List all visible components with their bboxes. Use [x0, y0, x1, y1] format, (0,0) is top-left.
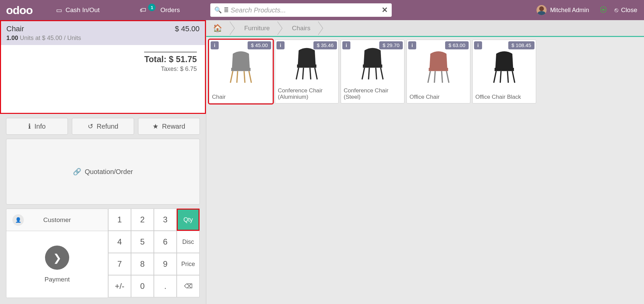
product-grid: i $ 45.00 Chair i $ 35.46	[206, 37, 644, 106]
reward-label: Reward	[162, 123, 185, 130]
user-menu[interactable]: Mitchell Admin	[530, 5, 595, 15]
product-price: $ 45.00	[248, 41, 271, 49]
svg-rect-5	[297, 64, 316, 68]
orderline-name: Chair	[6, 25, 24, 33]
product-label: Chair	[209, 92, 272, 103]
numpad-3[interactable]: 3	[154, 209, 177, 231]
product-card[interactable]: i $ 29.70 Conference Chair (Steel)	[341, 40, 404, 103]
totals: Total: $ 51.75 Taxes: $ 6.75	[1, 45, 205, 113]
info-button[interactable]: ℹInfo	[6, 118, 68, 135]
orders-button[interactable]: 🏷 1 Orders	[130, 0, 190, 20]
product-price: $ 63.00	[445, 41, 469, 49]
cash-label: Cash In/Out	[66, 6, 99, 14]
svg-rect-15	[429, 68, 448, 71]
orderline-price: $ 45.00	[175, 25, 200, 33]
numpad-dot[interactable]: .	[154, 275, 177, 297]
numpad: 1 2 3 Qty 4 5 6 Disc 7 8 9 Price +/- 0 .…	[108, 209, 200, 298]
tax-label: Taxes:	[161, 66, 180, 72]
product-card[interactable]: i $ 108.45 Office Chair Black	[472, 40, 536, 103]
info-icon: ℹ	[28, 122, 31, 130]
product-info-icon[interactable]: i	[211, 41, 219, 49]
db-icon: ≣	[224, 6, 229, 14]
tag-icon: 🏷	[140, 6, 146, 14]
numpad-4[interactable]: 4	[108, 231, 131, 253]
numpad-plusminus[interactable]: +/-	[108, 275, 131, 297]
svg-line-14	[376, 68, 377, 80]
numpad-8[interactable]: 8	[131, 253, 154, 275]
odoo-logo: odoo	[4, 4, 46, 17]
orderline-qty-rest: Units at $ 45.00 / Units	[18, 35, 81, 41]
product-info-icon[interactable]: i	[342, 41, 350, 49]
numpad-9[interactable]: 9	[154, 253, 177, 275]
breadcrumb-home[interactable]: 🏠	[208, 21, 229, 35]
payment-button[interactable]: ❯ Payment	[6, 231, 108, 298]
quotation-label: Quotation/Order	[85, 168, 133, 176]
quotation-button[interactable]: 🔗Quotation/Order	[6, 139, 200, 205]
svg-line-23	[500, 71, 501, 83]
numpad-2[interactable]: 2	[131, 209, 154, 231]
numpad-7[interactable]: 7	[108, 253, 131, 275]
product-label: Office Chair	[407, 92, 470, 103]
search-box[interactable]: 🔍 ≣ ✕	[210, 3, 392, 17]
svg-line-7	[315, 68, 317, 80]
numpad-0[interactable]: 0	[131, 275, 154, 297]
product-card[interactable]: i $ 45.00 Chair	[209, 40, 273, 103]
product-info-icon[interactable]: i	[474, 41, 482, 49]
search-input[interactable]	[231, 6, 382, 14]
search-icon: 🔍	[214, 6, 222, 14]
product-card[interactable]: i $ 35.46 Conference Chair (Aluminium)	[275, 40, 339, 103]
refund-label: Refund	[97, 123, 119, 130]
product-info-icon[interactable]: i	[276, 41, 285, 49]
svg-rect-20	[495, 68, 514, 71]
close-label: Close	[621, 6, 637, 14]
product-card[interactable]: i $ 63.00 Office Chair	[406, 40, 470, 103]
breadcrumb: 🏠 Furniture Chairs	[206, 20, 644, 37]
orders-label: Orders	[160, 6, 180, 14]
link-icon: 🔗	[73, 168, 81, 176]
product-info-icon[interactable]: i	[408, 41, 416, 49]
order-box: Chair $ 45.00 1.00 Units at $ 45.00 / Un…	[0, 20, 206, 114]
numpad-disc[interactable]: Disc	[177, 231, 200, 253]
cash-icon: ▭	[56, 6, 62, 14]
refund-button[interactable]: ↺Refund	[72, 118, 134, 135]
home-icon: 🏠	[213, 24, 222, 33]
cash-in-out-button[interactable]: ▭ Cash In/Out	[46, 0, 110, 20]
numpad-5[interactable]: 5	[131, 231, 154, 253]
breadcrumb-furniture[interactable]: Furniture	[234, 21, 277, 35]
svg-line-11	[362, 68, 364, 80]
svg-line-18	[434, 71, 435, 83]
close-button[interactable]: ⎋ Close	[612, 6, 640, 14]
svg-rect-10	[363, 64, 382, 68]
user-name: Mitchell Admin	[550, 7, 589, 14]
person-icon: 👤	[12, 214, 24, 226]
svg-line-9	[310, 68, 311, 80]
wifi-icon: ⦿	[595, 6, 612, 14]
topbar: odoo ▭ Cash In/Out 🏷 1 Orders 🔍 ≣ ✕ Mitc…	[0, 0, 644, 20]
reward-button[interactable]: ★Reward	[138, 118, 200, 135]
orderline-qty: 1.00	[6, 35, 18, 41]
product-label: Conference Chair (Aluminium)	[275, 85, 338, 103]
info-label: Info	[34, 123, 45, 130]
product-price: $ 35.46	[313, 41, 337, 49]
svg-line-3	[237, 71, 238, 83]
chevron-right-icon: ❯	[45, 246, 69, 270]
numpad-price[interactable]: Price	[177, 253, 200, 275]
numpad-backspace[interactable]: ⌫	[177, 275, 200, 297]
undo-icon: ↺	[88, 122, 93, 130]
customer-label: Customer	[43, 216, 71, 224]
svg-line-6	[296, 68, 299, 80]
svg-line-16	[428, 71, 430, 83]
svg-line-21	[494, 71, 496, 83]
svg-line-8	[303, 68, 303, 80]
numpad-qty[interactable]: Qty	[177, 209, 200, 231]
order-line[interactable]: Chair $ 45.00 1.00 Units at $ 45.00 / Un…	[1, 21, 205, 45]
breadcrumb-chairs[interactable]: Chairs	[282, 21, 318, 35]
logout-icon: ⎋	[614, 6, 618, 14]
clear-icon[interactable]: ✕	[382, 6, 388, 14]
numpad-1[interactable]: 1	[108, 209, 131, 231]
svg-line-19	[442, 71, 442, 83]
numpad-6[interactable]: 6	[154, 231, 177, 253]
product-price: $ 29.70	[379, 41, 403, 49]
total-label: Total:	[144, 54, 169, 64]
customer-button[interactable]: 👤 Customer	[6, 209, 108, 231]
